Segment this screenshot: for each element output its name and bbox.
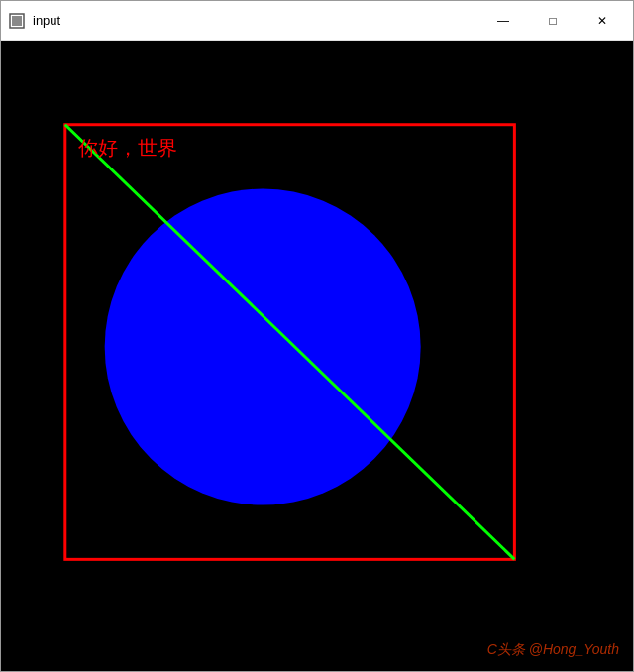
close-button[interactable]: ✕ [580,5,625,37]
title-bar-controls: — □ ✕ [480,5,625,37]
canvas-text: 你好，世界 [77,137,177,159]
drawing-canvas: 你好，世界 [1,41,633,671]
window-content: 你好，世界 C头条 @Hong_Youth [1,41,633,671]
window-title: input [33,13,60,28]
blue-circle [105,189,421,505]
main-window: input — □ ✕ 你好，世界 C头条 @Hong_Youth [0,0,634,672]
canvas-area: 你好，世界 C头条 @Hong_Youth [1,41,633,671]
svg-rect-1 [12,16,22,26]
maximize-button[interactable]: □ [530,5,576,37]
title-bar: input — □ ✕ [1,1,633,41]
title-bar-left: input [9,13,60,29]
minimize-button[interactable]: — [480,5,526,37]
window-icon [9,13,25,29]
